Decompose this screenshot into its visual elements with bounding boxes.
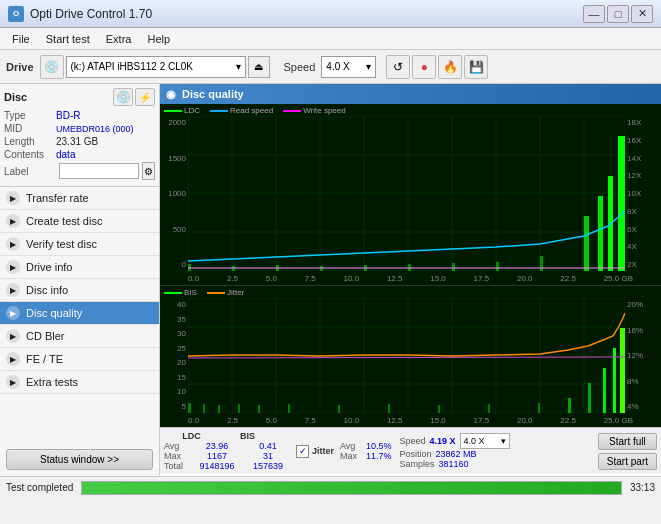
y-right-16pct: 16% (627, 326, 651, 335)
contents-value: data (56, 149, 75, 160)
minimize-button[interactable]: — (583, 5, 605, 23)
stats-header-bis: BIS (225, 431, 270, 441)
ldc-legend: LDC (184, 106, 200, 115)
y-right-10x: 10X (627, 189, 651, 198)
length-value: 23.31 GB (56, 136, 98, 147)
sidebar-item-extra-tests[interactable]: ▶ Extra tests (0, 371, 159, 394)
maximize-button[interactable]: □ (607, 5, 629, 23)
svg-rect-28 (618, 136, 625, 271)
start-part-button[interactable]: Start part (598, 453, 657, 470)
label-input[interactable] (59, 163, 139, 179)
y-bot-10: 10 (162, 387, 186, 396)
title-bar: O Opti Drive Control 1.70 — □ ✕ (0, 0, 661, 28)
sidebar-item-verify-test-disc[interactable]: ▶ Verify test disc (0, 233, 159, 256)
menu-help[interactable]: Help (139, 31, 178, 47)
menu-start-test[interactable]: Start test (38, 31, 98, 47)
eject-button[interactable]: ⏏ (248, 56, 270, 78)
svg-rect-56 (568, 398, 571, 413)
chart-area: ◉ Disc quality LDC Read speed Write spee… (160, 84, 661, 476)
svg-rect-45 (188, 403, 191, 413)
disc-icon[interactable]: ● (412, 55, 436, 79)
y-right-4x: 4X (627, 242, 651, 251)
svg-rect-46 (203, 404, 205, 413)
y-top-0: 0 (162, 260, 186, 269)
sidebar-item-cd-bler[interactable]: ▶ CD Bler (0, 325, 159, 348)
sidebar-item-disc-info[interactable]: ▶ Disc info (0, 279, 159, 302)
sidebar-item-fe-te[interactable]: ▶ FE / TE (0, 348, 159, 371)
jitter-max-label: Max (340, 451, 362, 461)
chart-header-icon: ◉ (166, 88, 176, 101)
status-text: Test completed (6, 482, 73, 493)
label-button[interactable]: ⚙ (142, 162, 155, 180)
y-top-2000: 2000 (162, 118, 186, 127)
menu-extra[interactable]: Extra (98, 31, 140, 47)
drive-dropdown[interactable]: (k:) ATAPI iHBS112 2 CL0K ▾ (66, 56, 246, 78)
action-buttons: Start full Start part (598, 433, 657, 470)
y-right-8pct: 8% (627, 377, 651, 386)
jitter-checkbox[interactable]: ✓ (296, 445, 309, 458)
speed-stat-label: Speed (400, 436, 426, 446)
svg-rect-22 (452, 263, 455, 271)
sidebar-item-transfer-rate[interactable]: ▶ Transfer rate (0, 187, 159, 210)
y-right-20pct: 20% (627, 300, 651, 309)
sidebar-item-drive-info[interactable]: ▶ Drive info (0, 256, 159, 279)
max-bis: 31 (248, 451, 288, 461)
window-title: Opti Drive Control 1.70 (30, 7, 152, 21)
menu-bar: File Start test Extra Help (0, 28, 661, 50)
disc-label-label: Label (4, 166, 56, 177)
speed-dropdown[interactable]: 4.0 X ▾ (321, 56, 376, 78)
menu-file[interactable]: File (4, 31, 38, 47)
verify-test-icon: ▶ (6, 237, 20, 251)
status-window-button[interactable]: Status window >> (6, 449, 153, 470)
y-bot-35: 35 (162, 315, 186, 324)
y-bot-20: 20 (162, 358, 186, 367)
svg-rect-47 (218, 405, 220, 413)
total-label: Total (164, 461, 186, 471)
close-button[interactable]: ✕ (631, 5, 653, 23)
svg-rect-52 (388, 404, 390, 413)
svg-rect-24 (540, 256, 543, 271)
disc-action-icon[interactable]: ⚡ (135, 88, 155, 106)
read-speed-legend: Read speed (230, 106, 273, 115)
burn-icon[interactable]: 🔥 (438, 55, 462, 79)
avg-label: Avg (164, 441, 186, 451)
svg-rect-54 (488, 404, 490, 413)
disc-panel: Disc 💿 ⚡ Type BD-R MID UMEBDR016 (000) L… (0, 84, 159, 187)
y-right-12x: 12X (627, 171, 651, 180)
avg-bis: 0.41 (248, 441, 288, 451)
jitter-avg-label: Avg (340, 441, 362, 451)
y-right-14x: 14X (627, 154, 651, 163)
sidebar-item-disc-quality[interactable]: ▶ Disc quality (0, 302, 159, 325)
speed-select[interactable]: 4.0 X▾ (460, 433, 510, 449)
position-value: 23862 MB (436, 449, 477, 459)
y-bot-5: 5 (162, 402, 186, 411)
x-axis-top: 0.02.55.07.510.012.515.017.520.022.525.0… (160, 271, 661, 285)
svg-rect-50 (288, 404, 290, 413)
y-top-500: 500 (162, 225, 186, 234)
mid-label: MID (4, 123, 56, 134)
stats-area: LDC BIS Avg 23.96 0.41 Max 1167 31 Total… (160, 427, 661, 474)
y-right-8x: 8X (627, 207, 651, 216)
max-ldc: 1167 (192, 451, 242, 461)
start-full-button[interactable]: Start full (598, 433, 657, 450)
save-icon[interactable]: 💾 (464, 55, 488, 79)
y-bot-30: 30 (162, 329, 186, 338)
contents-label: Contents (4, 149, 56, 160)
y-right-4pct: 4% (627, 402, 651, 411)
svg-rect-57 (588, 383, 591, 413)
svg-rect-55 (538, 403, 540, 413)
fe-te-icon: ▶ (6, 352, 20, 366)
create-test-icon: ▶ (6, 214, 20, 228)
refresh-icon[interactable]: ↺ (386, 55, 410, 79)
sidebar-item-create-test-disc[interactable]: ▶ Create test disc (0, 210, 159, 233)
y-bot-15: 15 (162, 373, 186, 382)
stats-header-ldc: LDC (164, 431, 219, 441)
length-label: Length (4, 136, 56, 147)
mid-value: UMEBDR016 (000) (56, 124, 134, 134)
svg-rect-58 (603, 368, 606, 413)
avg-jitter: 10.5% (366, 441, 392, 451)
svg-rect-49 (258, 405, 260, 413)
status-time: 33:13 (630, 482, 655, 493)
type-value: BD-R (56, 110, 80, 121)
max-label: Max (164, 451, 186, 461)
